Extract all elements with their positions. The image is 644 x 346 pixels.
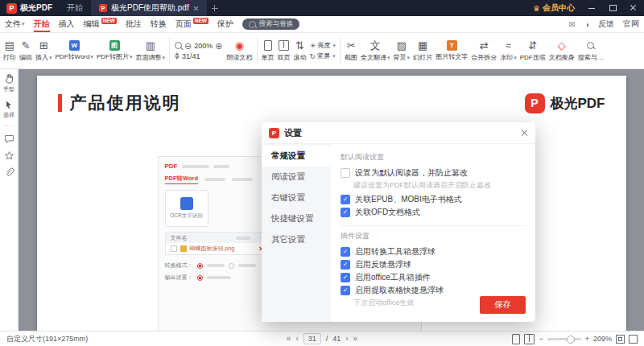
placeholder-bar <box>213 165 229 168</box>
checkbox-checked-icon[interactable] <box>341 208 350 217</box>
checkbox-checked-icon[interactable] <box>341 247 350 257</box>
menu-edit[interactable]: 编辑NEW <box>84 16 117 32</box>
page-down-icon[interactable] <box>175 56 180 60</box>
rotate-button[interactable]: ↻竖屏 <box>310 51 336 60</box>
zoom-level[interactable]: 200% <box>194 42 213 50</box>
checkbox-row-feedback-ball[interactable]: 启用反馈悬浮球 <box>341 258 526 271</box>
message-icon[interactable]: ✉ <box>569 20 576 29</box>
edit-button[interactable]: ✎编辑 <box>18 34 34 68</box>
read-aloud-button[interactable]: ◉朗读文档 <box>225 34 254 68</box>
dialog-close-icon[interactable] <box>520 129 528 137</box>
checkbox-unchecked-icon[interactable] <box>341 168 350 178</box>
magnifier-icon[interactable] <box>175 42 182 49</box>
menu-home[interactable]: 开始 <box>34 16 50 32</box>
current-page-input[interactable]: 31 <box>303 333 321 344</box>
background-button[interactable]: ▨背景 <box>392 34 412 68</box>
menu-convert[interactable]: 转换 <box>151 16 167 32</box>
hand-tool[interactable]: 手型 <box>3 72 15 93</box>
titlebar-tab-home[interactable]: 开始 <box>59 0 91 16</box>
image-to-text-button[interactable]: T图片转文字 <box>434 34 469 68</box>
search-panel-button[interactable]: 搜索与… <box>576 34 605 68</box>
feedback-link[interactable]: 反馈 <box>598 19 614 30</box>
double-page-button[interactable]: 双页 <box>276 34 292 68</box>
print-button[interactable]: ▤打印 <box>2 34 18 68</box>
zoom-in-icon[interactable]: ⊕ <box>215 42 222 50</box>
toolbar-page-indicator[interactable]: 31/41 <box>182 52 200 60</box>
first-page-icon[interactable]: « <box>287 335 291 343</box>
nav-reading-settings[interactable]: 阅读设置 <box>262 167 331 187</box>
scroll-mode-button[interactable]: ⇅滚动 <box>292 34 308 68</box>
checkbox-row-table-extract[interactable]: 启用提取表格快捷悬浮球 <box>341 284 526 297</box>
nav-other-settings[interactable]: 其它设置 <box>262 229 331 250</box>
zoom-slider-thumb[interactable] <box>567 336 575 344</box>
save-button[interactable]: 保存 <box>480 296 526 314</box>
checkbox-row-ofd[interactable]: 关联OFD文档格式 <box>341 206 526 219</box>
titlebar-tab-document[interactable]: P 极光PDF使用帮助.pdf <box>91 0 207 16</box>
prev-page-icon[interactable]: ‹ <box>295 335 298 343</box>
zoom-in-button[interactable]: + <box>585 335 589 343</box>
rotate-icon: ↻ <box>310 52 316 60</box>
brand-logo: P 极光PDF <box>525 93 605 113</box>
checkbox-row-default-reader[interactable]: 设置为默认阅读器，并防止篡改 <box>341 167 526 179</box>
select-tool[interactable]: 选择 <box>3 98 15 119</box>
menu-protect[interactable]: 保护 <box>217 16 233 32</box>
menu-page[interactable]: 页面NEW <box>175 16 208 32</box>
menu-comment[interactable]: 批注 <box>126 16 142 32</box>
single-view-icon[interactable] <box>512 334 520 344</box>
page-adjust-button[interactable]: ▥页面调整 <box>134 34 167 68</box>
checkbox-checked-icon[interactable] <box>341 273 350 282</box>
new-tab-button[interactable] <box>208 2 221 14</box>
checkbox-label: 启用提取表格快捷悬浮球 <box>355 285 444 296</box>
tab-close-icon[interactable] <box>193 6 199 11</box>
zoom-out-button[interactable]: − <box>539 335 543 343</box>
checkbox-checked-icon[interactable] <box>341 260 350 270</box>
single-page-button[interactable]: 单页 <box>260 34 276 68</box>
pdf-compress-button[interactable]: ⇵PDF压缩 <box>518 34 547 68</box>
checkbox-row-office-plugin[interactable]: 启用office工具箱插件 <box>341 271 526 284</box>
pdf-to-word-button[interactable]: WPDF转Word <box>54 34 95 68</box>
doc-slim-button[interactable]: ◇文档瘦身 <box>547 34 576 68</box>
member-center-button[interactable]: ♛ 会员中心 <box>526 2 581 14</box>
close-button[interactable] <box>623 0 644 16</box>
attachment-panel-icon[interactable] <box>3 167 15 179</box>
translate-button[interactable]: 文全文翻译 <box>359 34 392 68</box>
screenshot-button[interactable]: ✂截图 <box>343 34 359 68</box>
nav-rightclick-settings[interactable]: 右键设置 <box>262 187 331 208</box>
checkbox-checked-icon[interactable] <box>341 195 350 204</box>
next-page-icon[interactable]: › <box>345 335 348 343</box>
menu-file[interactable]: 文件 <box>5 16 25 32</box>
website-link[interactable]: 官网 <box>623 19 639 30</box>
toolbar-divider <box>169 37 170 64</box>
search-replace-box[interactable]: 搜索与替换 <box>242 19 300 30</box>
brightness-button[interactable]: ☀亮度 <box>310 41 336 50</box>
double-view-icon[interactable] <box>524 334 535 344</box>
screenshot-icon: ✂ <box>347 40 356 51</box>
merge-split-button[interactable]: ⇄合并拆分 <box>469 34 498 68</box>
watermark-button[interactable]: ≈水印 <box>498 34 518 68</box>
slideshow-button[interactable]: ▦幻灯片 <box>411 34 434 68</box>
zoom-slider[interactable] <box>547 338 581 340</box>
nav-general-settings[interactable]: 常规设置 <box>262 146 331 167</box>
theme-icon[interactable]: ◑ <box>584 20 589 29</box>
nav-shortcut-settings[interactable]: 快捷键设置 <box>262 208 331 229</box>
fit-page-icon[interactable] <box>616 335 625 344</box>
minimize-button[interactable] <box>581 0 602 16</box>
dialog-content: 默认阅读设置 设置为默认阅读器，并防止篡改 建议设置为PDF默认阅读器后开启防止… <box>331 144 535 322</box>
comment-panel-icon[interactable] <box>3 133 15 145</box>
page-nav-arrows[interactable] <box>175 52 180 60</box>
fullscreen-icon[interactable] <box>629 335 638 344</box>
doc-slim-icon: ◇ <box>558 40 566 51</box>
maximize-button[interactable] <box>602 0 623 16</box>
last-page-icon[interactable]: » <box>353 335 358 343</box>
zoom-out-icon[interactable]: ⊖ <box>184 42 192 50</box>
pdf-to-image-button[interactable]: 图PDF转图片 <box>95 34 134 68</box>
checkbox-row-epub-mobi[interactable]: 关联EPUB、MOBI电子书格式 <box>341 193 526 206</box>
mini-ocr-card: OCR文字识别 <box>165 190 208 227</box>
page-up-icon[interactable] <box>175 52 180 56</box>
statusbar-zoom-level[interactable]: 209% <box>593 335 612 343</box>
menu-insert[interactable]: 插入 <box>59 16 75 32</box>
checkbox-checked-icon[interactable] <box>341 286 350 295</box>
bookmark-panel-icon[interactable] <box>3 150 15 162</box>
insert-button[interactable]: ⊞插入 <box>34 34 54 68</box>
checkbox-row-convert-ball[interactable]: 启用转换工具箱悬浮球 <box>341 245 526 258</box>
